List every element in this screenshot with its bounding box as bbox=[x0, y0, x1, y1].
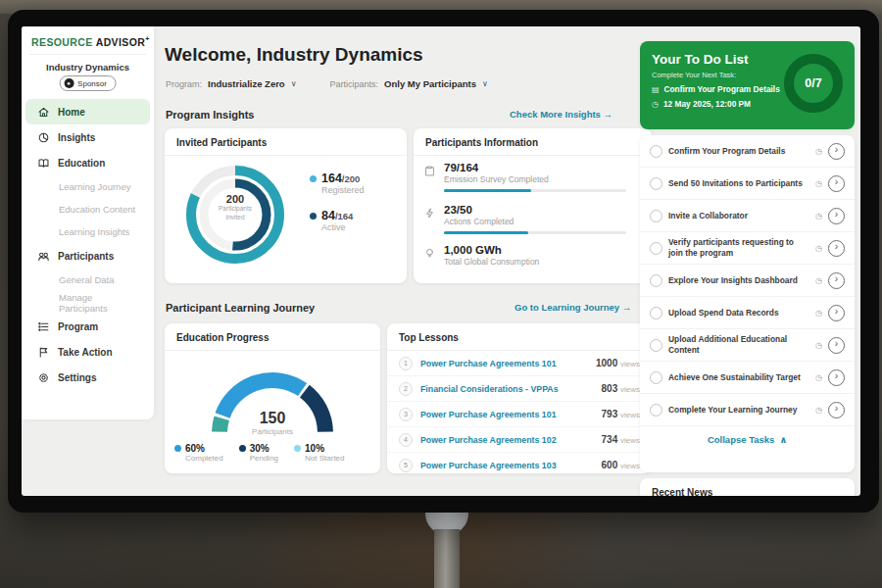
education-progress-card: Education Progress 150 Participants 60%C… bbox=[165, 323, 380, 473]
sidebar-divider bbox=[29, 54, 146, 55]
task-chevron-button[interactable]: › bbox=[828, 208, 845, 224]
logo-advisor: ADVISOR bbox=[96, 36, 146, 48]
task-checkbox[interactable] bbox=[650, 210, 662, 222]
tasks-list: Confirm Your Program Details◷›Send 50 In… bbox=[640, 135, 855, 426]
sidebar-item-education-content[interactable]: Education Content bbox=[25, 198, 150, 220]
insights-icon bbox=[37, 131, 50, 144]
stat-value: 1,000 GWh bbox=[444, 244, 539, 256]
sidebar-item-label: Program bbox=[58, 321, 98, 332]
stat-actions-completed: 23/50Actions Completed bbox=[423, 204, 626, 234]
task-checkbox[interactable] bbox=[650, 274, 662, 287]
lesson-title-link[interactable]: Power Purchase Agreements 101 bbox=[420, 359, 588, 368]
lesson-views: 600 views bbox=[602, 460, 640, 470]
task-chevron-button[interactable]: › bbox=[828, 143, 845, 160]
todo-summary-card: Your To Do List Complete Your Next Task:… bbox=[640, 41, 855, 129]
task-checkbox[interactable] bbox=[650, 145, 662, 158]
invited-participants-header: Invited Participants bbox=[165, 128, 407, 156]
clock-icon: ◷ bbox=[815, 212, 822, 220]
sidebar-item-learning-insights[interactable]: Learning Insights bbox=[25, 220, 150, 243]
task-chevron-button[interactable]: › bbox=[828, 272, 845, 289]
top-lessons-header: Top Lessons bbox=[387, 323, 652, 351]
stat-total-global-consumption: 1,000 GWhTotal Global Consumption bbox=[423, 244, 539, 271]
top-lessons-card: Top Lessons 1Power Purchase Agreements 1… bbox=[387, 323, 652, 473]
task-chevron-button[interactable]: › bbox=[828, 402, 845, 418]
lesson-rank: 4 bbox=[399, 433, 413, 447]
lesson-title-link[interactable]: Financial Considerations - VPPAs bbox=[420, 384, 594, 394]
lesson-views: 1000 views bbox=[596, 358, 640, 368]
sidebar-item-manage-participants[interactable]: Manage Participants bbox=[25, 291, 150, 314]
sidebar-item-settings[interactable]: Settings bbox=[25, 365, 150, 390]
task-checkbox[interactable] bbox=[650, 371, 662, 384]
lesson-views: 734 views bbox=[602, 434, 640, 445]
top-lessons-list: 1Power Purchase Agreements 1011000 views… bbox=[387, 351, 652, 477]
sponsor-badge: ● Sponsor bbox=[59, 75, 117, 91]
lesson-row: 3Power Purchase Agreements 101793 views bbox=[387, 402, 652, 427]
task-row-upload-spend-data-records: Upload Spend Data Records◷› bbox=[640, 297, 855, 329]
donut-center-label: 200 ParticipantsInvited bbox=[180, 193, 290, 222]
task-chevron-button[interactable]: › bbox=[828, 305, 845, 321]
program-filter[interactable]: Program: Industrialize Zero ∨ bbox=[166, 78, 297, 89]
sidebar-item-take-action[interactable]: Take Action bbox=[25, 339, 150, 365]
lesson-title-link[interactable]: Power Purchase Agreements 103 bbox=[420, 461, 594, 470]
task-row-send-50-invitations-to-partici: Send 50 Invitations to Participants◷› bbox=[640, 168, 855, 200]
actions-icon bbox=[423, 207, 436, 220]
task-checkbox[interactable] bbox=[650, 177, 662, 190]
sidebar-item-label: Home bbox=[58, 107, 85, 118]
stat-label: Emission Survey Completed bbox=[444, 174, 626, 184]
participants-information-header: Participants Information bbox=[414, 128, 652, 156]
page-title: Welcome, Industry Dynamics bbox=[165, 44, 423, 66]
sidebar-item-label: Education bbox=[58, 158, 105, 169]
go-to-learning-journey-link[interactable]: Go to Learning Journey → bbox=[514, 302, 631, 313]
invited-participants-card: Invited Participants 200 ParticipantsInv… bbox=[165, 128, 407, 283]
chevron-down-icon: ∨ bbox=[291, 79, 297, 88]
participants-filter[interactable]: Participants: Only My Participants ∨ bbox=[330, 78, 488, 89]
lesson-row: 5Power Purchase Agreements 103600 views bbox=[387, 453, 652, 477]
sidebar-item-education[interactable]: Education bbox=[25, 150, 150, 175]
stat-value: 23/50 bbox=[444, 204, 626, 216]
sidebar-item-participants[interactable]: Participants bbox=[25, 243, 150, 269]
sidebar-item-insights[interactable]: Insights bbox=[25, 124, 150, 150]
collapse-tasks-link[interactable]: Collapse Tasks∧ bbox=[640, 426, 855, 452]
sidebar-item-program[interactable]: Program bbox=[25, 314, 150, 339]
legend-dot-icon bbox=[294, 445, 301, 452]
stat-label: Actions Completed bbox=[444, 217, 626, 226]
recent-news-header: Recent News bbox=[640, 478, 855, 496]
chevron-up-icon: ∧ bbox=[779, 434, 787, 445]
task-checkbox[interactable] bbox=[650, 307, 662, 319]
logo-plus: + bbox=[145, 35, 150, 42]
education-legend-item-pending: 30%Pending bbox=[239, 443, 278, 463]
sidebar-item-home[interactable]: Home bbox=[25, 99, 150, 124]
sidebar-item-general-data[interactable]: General Data bbox=[25, 269, 150, 291]
task-checkbox[interactable] bbox=[650, 404, 662, 416]
clock-icon: ◷ bbox=[815, 406, 822, 415]
task-label: Upload Spend Data Records bbox=[668, 304, 809, 322]
task-checkbox[interactable] bbox=[650, 242, 662, 255]
lesson-title-link[interactable]: Power Purchase Agreements 101 bbox=[420, 410, 594, 419]
legend-dot-icon bbox=[239, 445, 246, 452]
sponsor-badge-label: Sponsor bbox=[77, 79, 107, 88]
task-chevron-button[interactable]: › bbox=[828, 175, 845, 192]
lesson-title-link[interactable]: Power Purchase Agreements 102 bbox=[420, 435, 594, 445]
home-icon bbox=[37, 106, 50, 119]
legend-dot-icon bbox=[310, 175, 317, 182]
clock-icon: ◷ bbox=[815, 179, 822, 188]
lesson-row: 2Financial Considerations - VPPAs803 vie… bbox=[387, 376, 652, 402]
task-chevron-button[interactable]: › bbox=[828, 369, 845, 386]
task-chevron-button[interactable]: › bbox=[828, 337, 845, 354]
stat-emission-survey-completed: 79/164Emission Survey Completed bbox=[423, 162, 626, 192]
app-logo[interactable]: RESOURCE ADVISOR+ bbox=[31, 35, 147, 48]
task-chevron-button[interactable]: › bbox=[828, 240, 845, 257]
participants-icon bbox=[37, 250, 50, 263]
lesson-rank: 2 bbox=[399, 382, 413, 396]
education-progress-header: Education Progress bbox=[165, 323, 380, 351]
education-legend-item-completed: 60%Completed bbox=[174, 443, 223, 463]
task-label: Complete Your Learning Journey bbox=[668, 401, 809, 419]
check-more-insights-link[interactable]: Check More Insights → bbox=[510, 109, 612, 120]
take-action-icon bbox=[37, 346, 50, 359]
clock-icon: ◷ bbox=[815, 147, 822, 156]
task-checkbox[interactable] bbox=[650, 339, 662, 352]
sidebar-item-learning-journey[interactable]: Learning Journey bbox=[25, 175, 150, 198]
lesson-rank: 3 bbox=[399, 408, 413, 421]
program-icon bbox=[37, 320, 50, 333]
monitor-stand-column bbox=[434, 529, 460, 588]
